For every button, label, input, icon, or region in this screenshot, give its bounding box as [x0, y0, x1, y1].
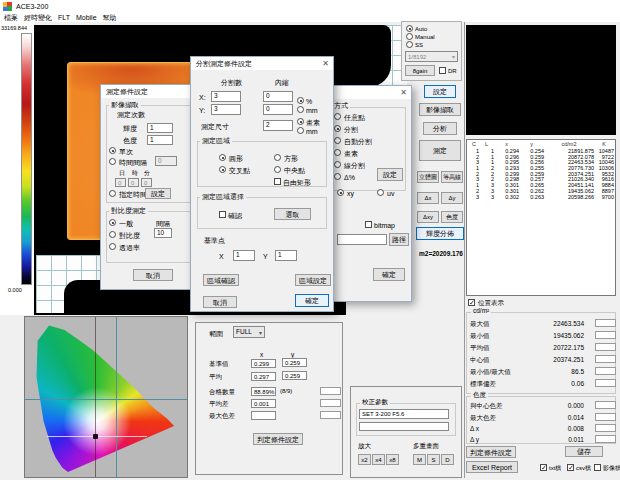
chroma-button[interactable]: 色度 — [441, 211, 463, 223]
ref-y-field[interactable]: 0.259 — [282, 358, 307, 367]
x-inset-field[interactable]: 0 — [263, 91, 293, 102]
method-ok-button[interactable]: 確定 — [373, 268, 405, 281]
gain-manual-radio[interactable] — [406, 33, 413, 40]
interval-radio[interactable] — [109, 158, 116, 165]
uv-radio[interactable] — [377, 189, 384, 196]
view3d-button[interactable]: 立體圖 — [417, 171, 439, 183]
settings-button[interactable]: 設定 — [424, 85, 456, 98]
delta-xy-button[interactable]: Δxy — [417, 211, 439, 223]
menu-help[interactable]: 幫助 — [100, 13, 120, 22]
calib-set-field[interactable]: SET 3-200 F5.6 — [359, 409, 449, 419]
menu-file[interactable]: 檔案 — [1, 13, 21, 22]
method-any-radio[interactable] — [334, 113, 341, 120]
multi-s-button[interactable]: S — [427, 454, 440, 465]
minute-field[interactable]: 0 — [141, 178, 152, 187]
normal-radio[interactable] — [109, 219, 116, 226]
area-free-checkbox[interactable] — [274, 178, 281, 185]
zoom-x2-button[interactable]: x2 — [358, 454, 371, 465]
gain-auto-radio[interactable] — [406, 25, 413, 32]
method-split-radio[interactable] — [334, 125, 341, 132]
area-circle-radio[interactable] — [219, 154, 226, 161]
path-button[interactable]: 路徑 — [389, 233, 409, 246]
unit-pct-radio[interactable] — [297, 97, 304, 104]
measure-button[interactable]: 測定 — [419, 140, 461, 161]
timed-set-button[interactable]: 設定 — [145, 188, 171, 199]
max-diff-field[interactable] — [251, 411, 276, 420]
avg-y-field[interactable]: 0.259 — [282, 371, 307, 380]
y-inset-field[interactable]: 0 — [263, 104, 293, 115]
judge-condition-button[interactable]: 判定條件設定 — [466, 446, 516, 458]
contrast-radio[interactable] — [109, 231, 116, 238]
hour-field[interactable]: 0 — [128, 178, 139, 187]
chroma-count-field[interactable]: 1 — [147, 135, 173, 145]
lum-dist-button[interactable]: 輝度分佈 — [416, 227, 464, 240]
size-field[interactable]: 2 — [263, 120, 293, 131]
ref-point-x-field[interactable]: 1 — [233, 250, 255, 261]
capture-button[interactable]: 影像擷取 — [419, 103, 461, 116]
calib-extra-field[interactable] — [359, 422, 449, 431]
method-delta-radio[interactable] — [334, 173, 341, 180]
ref-point-y-field[interactable]: 1 — [275, 250, 297, 261]
zoom-x8-button[interactable]: x8 — [386, 454, 399, 465]
save-button[interactable]: 儲存 — [565, 446, 603, 457]
gain-apply-button[interactable]: 8gain — [405, 65, 435, 76]
method-linesplit-radio[interactable] — [334, 161, 341, 168]
table-row[interactable]: 330.3020.26320598.2669700 — [469, 195, 615, 201]
multi-m-button[interactable]: M — [413, 454, 426, 465]
unit-mm-radio[interactable] — [297, 106, 304, 113]
close-icon[interactable]: ✕ — [397, 86, 410, 99]
xy-radio[interactable] — [337, 189, 344, 196]
chromaticity-diagram[interactable] — [24, 316, 188, 478]
dr-checkbox[interactable] — [439, 67, 446, 74]
contour-button[interactable]: 等高線 — [441, 171, 463, 183]
area-confirm-button[interactable]: 區域確認 — [203, 274, 239, 286]
single-radio[interactable] — [109, 147, 116, 154]
range-select[interactable]: FULL ▾ — [233, 326, 265, 338]
split-ok-button[interactable]: 確定 — [295, 294, 329, 307]
avg-diff-field[interactable]: 0.001 — [251, 399, 276, 408]
menu-flt[interactable]: FLT — [55, 13, 73, 22]
result-image-view[interactable] — [466, 25, 616, 135]
position-display-checkbox[interactable] — [468, 299, 475, 306]
method-autosplit-radio[interactable] — [334, 137, 341, 144]
condition-cancel-button[interactable]: 取消 — [133, 269, 173, 281]
unit-px-radio[interactable] — [297, 118, 304, 125]
area-set-button[interactable]: 區域設定 — [295, 274, 331, 286]
image-file-checkbox[interactable] — [594, 464, 601, 471]
split-cancel-button[interactable]: 取消 — [203, 296, 237, 308]
x-split-field[interactable]: 3 — [211, 91, 241, 102]
gain-ss-radio[interactable] — [406, 41, 413, 48]
gain-range-select[interactable]: 1/8192 ▾ — [405, 51, 458, 62]
txt-file-checkbox[interactable] — [540, 464, 547, 471]
interval-field[interactable]: 0 — [155, 156, 177, 166]
pass-field[interactable]: 88.89% — [251, 387, 276, 396]
close-icon[interactable]: ✕ — [319, 57, 332, 70]
menu-trend[interactable]: 經時變化 — [21, 13, 55, 22]
avg-x-field[interactable]: 0.297 — [251, 372, 276, 381]
bitmap-checkbox[interactable] — [365, 221, 372, 228]
zoom-x4-button[interactable]: x4 — [372, 454, 385, 465]
day-field[interactable]: 0 — [115, 178, 126, 187]
timed-radio[interactable] — [109, 190, 116, 197]
method-set-button[interactable]: 設定 — [377, 168, 403, 181]
method-pixel-radio[interactable] — [334, 149, 341, 156]
delta-y-button[interactable]: Δy — [441, 192, 463, 204]
area-square-radio[interactable] — [274, 154, 281, 161]
pick-button[interactable]: 選取 — [274, 208, 311, 220]
multi-d-button[interactable]: D — [441, 454, 454, 465]
transmit-radio[interactable] — [109, 243, 116, 250]
csv-file-checkbox[interactable] — [567, 464, 574, 471]
menu-mobile[interactable]: Mobile — [73, 13, 100, 22]
excel-report-button[interactable]: Excel Report — [466, 461, 518, 473]
analyze-button[interactable]: 分析 — [423, 122, 457, 135]
range-judge-button[interactable]: 判定條件設定 — [253, 433, 303, 445]
area-center-radio[interactable] — [274, 166, 281, 173]
area-cross-radio[interactable] — [219, 166, 226, 173]
confirm-checkbox[interactable] — [219, 211, 226, 218]
ref-x-field[interactable]: 0.299 — [251, 359, 276, 368]
unit-mm2-radio[interactable] — [297, 127, 304, 134]
y-split-field[interactable]: 3 — [211, 104, 241, 115]
path-field[interactable] — [337, 234, 387, 245]
gap-field[interactable]: 10 — [154, 228, 172, 238]
delta-x-button[interactable]: Δx — [417, 192, 439, 204]
